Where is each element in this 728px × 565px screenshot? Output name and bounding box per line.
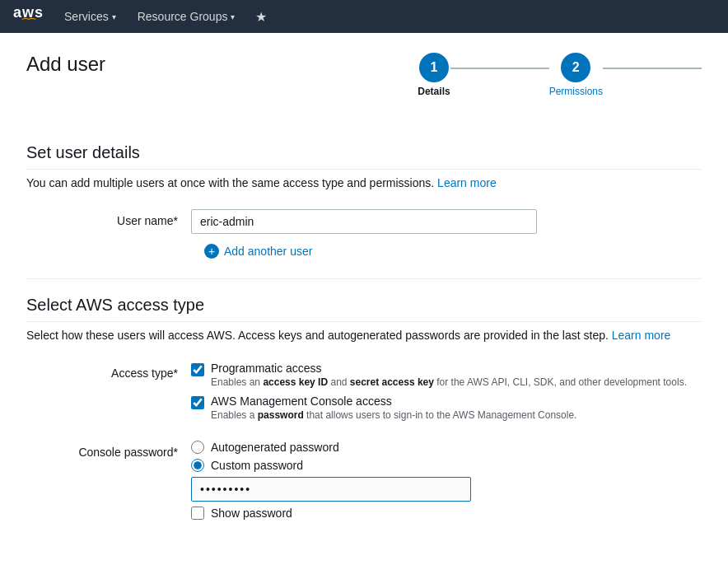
access-type-checkboxes: Programmatic access Enables an access ke… xyxy=(191,362,687,427)
console-password-options: Autogenerated password Custom password S… xyxy=(191,441,471,520)
step-2-circle: 2 xyxy=(561,53,590,82)
plus-circle-icon: + xyxy=(204,244,219,259)
password-text: password xyxy=(258,409,304,421)
services-nav-item[interactable]: Services ▾ xyxy=(57,0,124,33)
show-password-checkbox[interactable] xyxy=(191,507,204,520)
programmatic-access-label-group: Programmatic access Enables an access ke… xyxy=(211,362,687,388)
show-password-row: Show password xyxy=(191,507,471,520)
add-another-user-label: Add another user xyxy=(224,245,312,258)
username-input[interactable] xyxy=(191,209,537,234)
programmatic-access-checkbox[interactable] xyxy=(191,363,204,376)
step-1-label: Details xyxy=(418,86,450,97)
access-type-title: Select AWS access type xyxy=(26,296,702,322)
console-access-desc: Enables a password that allows users to … xyxy=(211,409,576,421)
console-access-label-group: AWS Management Console access Enables a … xyxy=(211,395,576,421)
services-chevron-icon: ▾ xyxy=(112,12,116,21)
section-divider xyxy=(26,278,702,279)
autogenerated-password-label[interactable]: Autogenerated password xyxy=(211,441,339,454)
show-password-label[interactable]: Show password xyxy=(211,507,292,520)
programmatic-access-label[interactable]: Programmatic access xyxy=(211,362,687,375)
page-title: Add user xyxy=(26,53,105,76)
step-2: 2 Permissions xyxy=(549,53,603,97)
set-user-details-description: You can add multiple users at once with … xyxy=(26,176,702,189)
password-input-wrapper xyxy=(191,477,471,502)
secret-access-key-text: secret access key xyxy=(350,376,434,388)
console-password-label: Console password* xyxy=(26,441,191,459)
set-user-details-title: Set user details xyxy=(26,143,702,170)
aws-logo-text: aws xyxy=(13,5,44,20)
username-field-wrapper xyxy=(191,209,537,234)
services-label: Services xyxy=(64,10,109,23)
custom-password-radio[interactable] xyxy=(191,459,204,472)
learn-more-link-users[interactable]: Learn more xyxy=(437,176,497,189)
console-password-row: Console password* Autogenerated password… xyxy=(26,441,702,520)
access-type-label: Access type* xyxy=(26,362,191,380)
main-content: Add user 1 Details 2 Permissions Set use… xyxy=(0,33,728,565)
resource-groups-chevron-icon: ▾ xyxy=(231,12,235,21)
access-type-section: Select AWS access type Select how these … xyxy=(26,296,702,520)
access-type-description: Select how these users will access AWS. … xyxy=(26,329,702,342)
custom-password-row: Custom password xyxy=(191,459,471,472)
set-user-details-section: Set user details You can add multiple us… xyxy=(26,143,702,259)
step-2-label: Permissions xyxy=(549,86,603,97)
learn-more-link-access[interactable]: Learn more xyxy=(612,329,671,342)
access-key-id-text: access key ID xyxy=(263,376,328,388)
console-access-label[interactable]: AWS Management Console access xyxy=(211,395,576,408)
step-connector xyxy=(450,68,549,69)
add-user-row: + Add another user xyxy=(204,244,702,259)
bookmarks-icon[interactable]: ★ xyxy=(249,9,273,25)
autogenerated-password-radio[interactable] xyxy=(191,441,204,454)
resource-groups-label: Resource Groups xyxy=(138,10,228,23)
add-another-user-button[interactable]: + Add another user xyxy=(204,244,312,259)
step-connector-2 xyxy=(603,68,702,69)
console-access-checkbox[interactable] xyxy=(191,396,204,409)
programmatic-access-row: Programmatic access Enables an access ke… xyxy=(191,362,687,388)
username-row: User name* xyxy=(26,209,702,234)
top-navigation: aws ⁀⁀ Services ▾ Resource Groups ▾ ★ xyxy=(0,0,728,33)
password-input[interactable] xyxy=(191,477,471,502)
step-1: 1 Details xyxy=(418,53,450,97)
resource-groups-nav-item[interactable]: Resource Groups ▾ xyxy=(130,0,243,33)
custom-password-label[interactable]: Custom password xyxy=(211,459,303,472)
stepper: 1 Details 2 Permissions xyxy=(418,53,702,97)
aws-logo[interactable]: aws ⁀⁀ xyxy=(13,5,44,28)
aws-logo-smile: ⁀⁀ xyxy=(22,20,35,28)
access-type-row: Access type* Programmatic access Enables… xyxy=(26,362,702,427)
username-label: User name* xyxy=(26,209,191,227)
console-access-row: AWS Management Console access Enables a … xyxy=(191,395,687,421)
programmatic-access-desc: Enables an access key ID and secret acce… xyxy=(211,376,687,388)
autogenerated-password-row: Autogenerated password xyxy=(191,441,471,454)
step-1-circle: 1 xyxy=(419,53,449,82)
